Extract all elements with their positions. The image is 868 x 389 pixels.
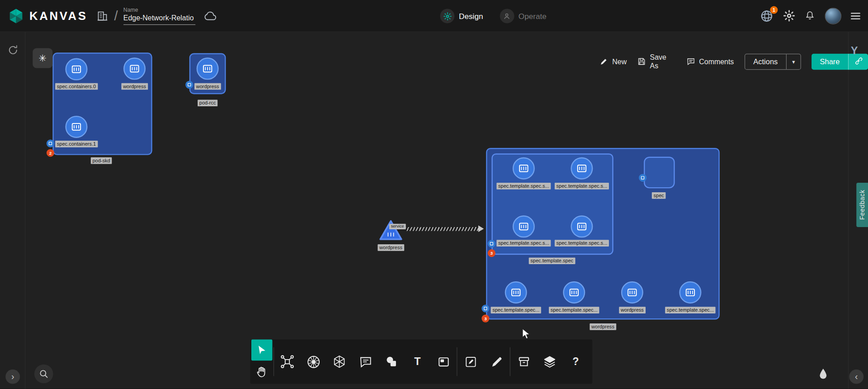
node-wordpress-pod-skd[interactable] <box>123 57 146 80</box>
design-name-input[interactable] <box>123 14 195 25</box>
notifications-bell-icon[interactable] <box>804 10 815 22</box>
share-button-label[interactable]: Share <box>811 53 848 70</box>
service-to-deployment-edge[interactable] <box>405 227 479 231</box>
environment-sphere-icon[interactable]: 1 <box>760 9 774 23</box>
frame-tool[interactable] <box>433 351 454 372</box>
brand-name: KANVAS <box>29 9 88 22</box>
node-bottom-2[interactable] <box>563 281 585 304</box>
new-button[interactable]: New <box>599 57 627 66</box>
design-canvas[interactable]: ✳ New Save As <box>0 32 868 389</box>
save-as-button[interactable]: Save As <box>637 53 675 70</box>
group-label-wordpress: wordpress <box>590 323 616 330</box>
node-label: spec.template.spec.s... <box>496 183 551 190</box>
pan-tool[interactable] <box>252 363 272 381</box>
text-tool[interactable]: T <box>407 351 428 372</box>
pod-badge-icon[interactable] <box>481 304 489 312</box>
node-spec-containers-1[interactable] <box>65 116 87 138</box>
node-spec-containers-0[interactable] <box>65 58 87 81</box>
node-label: wordpress <box>194 83 221 90</box>
components-tool[interactable] <box>277 351 298 372</box>
mouse-pointer <box>521 328 531 340</box>
comment-tool[interactable] <box>355 351 376 372</box>
pod-badge-icon[interactable] <box>488 240 495 247</box>
text-tool-glyph: T <box>414 356 420 368</box>
tab-operate[interactable]: Operate <box>500 9 547 24</box>
settings-gear-icon[interactable] <box>783 10 795 22</box>
cloud-sync-icon[interactable] <box>203 9 217 22</box>
comments-button[interactable]: Comments <box>686 57 734 66</box>
tab-design[interactable]: Design <box>440 9 483 24</box>
widgets-flower-button[interactable]: ✳ <box>33 48 52 68</box>
pod-badge-icon[interactable] <box>639 174 646 181</box>
layers-tool[interactable] <box>539 351 561 372</box>
app: KANVAS / Name <box>0 0 868 389</box>
sync-status-icon[interactable] <box>7 44 19 56</box>
design-gear-icon <box>440 9 454 24</box>
partner-y-logo: Y <box>851 45 858 57</box>
chevron-right-icon: › <box>11 372 14 382</box>
node-label: spec.containers.1 <box>55 141 98 147</box>
pod-badge-icon[interactable] <box>47 140 54 147</box>
error-count-badge[interactable]: 3 <box>488 249 495 257</box>
shapes-tool[interactable] <box>381 351 402 372</box>
design-name-field: Name <box>123 7 195 25</box>
notification-count-badge: 1 <box>770 6 778 14</box>
node-bottom-wordpress[interactable] <box>621 281 643 304</box>
help-tool[interactable]: ? <box>565 351 586 372</box>
left-rail-divider <box>25 32 25 389</box>
share-split-button[interactable]: Share <box>811 53 868 70</box>
right-panel-expand-button[interactable]: ‹ <box>849 370 863 384</box>
node-spec-template-spec-4[interactable] <box>571 215 593 237</box>
comments-button-label: Comments <box>699 57 734 66</box>
dock-select-column <box>250 340 273 381</box>
dock-divider <box>510 347 510 376</box>
edge-arrowhead <box>478 225 484 232</box>
design-name-label: Name <box>123 7 195 13</box>
whiteboard-edit-tool[interactable] <box>460 351 481 372</box>
node-label: spec.template.spec... <box>665 307 715 313</box>
node-spec-template-spec-3[interactable] <box>513 215 535 237</box>
zoom-button[interactable] <box>34 365 53 384</box>
node-bottom-4[interactable] <box>679 281 701 304</box>
dock-component-tools: T <box>277 340 454 372</box>
node-bottom-1[interactable] <box>505 281 527 304</box>
actions-split-button[interactable]: Actions ▾ <box>745 53 801 70</box>
kanvas-brand[interactable]: KANVAS <box>8 8 87 24</box>
group-label-pod-rcc: pod-rcc <box>198 100 217 106</box>
node-label-spec: spec <box>652 192 666 199</box>
tab-operate-label: Operate <box>519 12 547 21</box>
error-count-badge[interactable]: 3 <box>481 315 489 323</box>
node-wordpress-pod-rcc[interactable] <box>197 57 219 80</box>
chevron-left-icon: ‹ <box>855 372 858 382</box>
pod-badge-icon[interactable] <box>185 81 193 89</box>
organization-icon[interactable] <box>96 9 108 22</box>
pencil-icon <box>599 57 609 66</box>
node-spec-template-spec-2[interactable] <box>571 157 593 180</box>
save-as-button-label: Save As <box>650 53 676 70</box>
hamburger-menu-icon[interactable] <box>851 13 860 19</box>
meshery-tool[interactable] <box>329 351 350 372</box>
actions-button-label[interactable]: Actions <box>745 54 786 69</box>
ink-drop-icon[interactable] <box>818 368 828 380</box>
kanvas-logo-icon <box>8 8 24 24</box>
actions-caret-icon[interactable]: ▾ <box>786 54 801 69</box>
node-label: spec.template.spec.s... <box>555 240 609 247</box>
dock-divider <box>457 347 457 376</box>
left-panel-expand-button[interactable]: › <box>5 370 20 384</box>
node-spec-template-spec-1[interactable] <box>513 157 535 180</box>
feedback-tab[interactable]: Feedback <box>856 183 868 227</box>
error-count-badge[interactable]: 2 <box>47 149 54 157</box>
kubernetes-tool[interactable] <box>303 351 324 372</box>
pen-tool[interactable] <box>486 351 507 372</box>
archive-tool[interactable] <box>513 351 534 372</box>
edge-label-service: service <box>389 224 406 229</box>
node-spec[interactable] <box>644 157 675 189</box>
tab-design-label: Design <box>459 12 483 21</box>
node-service-triangle[interactable] <box>379 219 403 242</box>
select-tool[interactable] <box>251 340 273 361</box>
dock-annotation-tools <box>460 340 507 372</box>
tool-dock: T <box>250 340 592 384</box>
save-icon <box>637 57 646 66</box>
comment-icon <box>686 57 695 66</box>
user-avatar[interactable] <box>825 8 841 24</box>
